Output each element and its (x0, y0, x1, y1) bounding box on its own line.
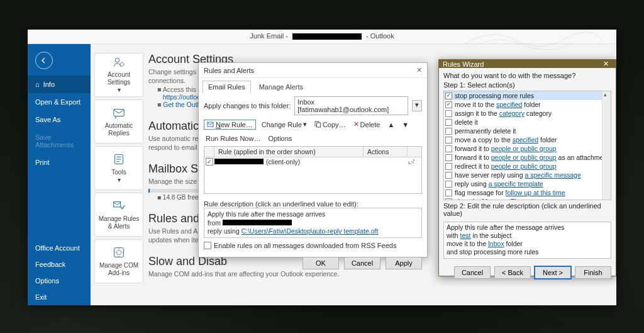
enable-rss-checkbox[interactable] (204, 242, 211, 249)
action-text: forward it to people or public group (455, 144, 557, 153)
cancel-button[interactable]: Cancel (454, 266, 491, 279)
s2-line: Apply this rule after the message arrive… (447, 223, 608, 232)
tile-manage-com-addins[interactable]: Manage COM Add-ins (94, 239, 143, 283)
action-item[interactable]: delete it (444, 118, 611, 127)
action-item[interactable]: reply using a specific template (444, 179, 611, 188)
move-up-button[interactable]: ▲ (386, 120, 396, 130)
title-redacted (292, 33, 362, 40)
new-rule-label: ew Rule… (221, 121, 253, 128)
sidebar-item-exit[interactable]: Exit (28, 289, 91, 305)
action-checkbox[interactable] (445, 110, 452, 117)
ok-button[interactable]: OK (303, 257, 339, 269)
delete-icon: ✕ (353, 120, 359, 128)
wizard-title: Rules Wizard (443, 60, 484, 68)
sidebar-label: Open & Export (35, 98, 80, 106)
sidebar-item-print[interactable]: Print (28, 154, 91, 171)
action-checkbox[interactable] (445, 128, 452, 135)
scrollbar[interactable] (602, 91, 611, 200)
tile-tools[interactable]: Tools ▾ (94, 146, 143, 190)
new-rule-icon (207, 121, 214, 128)
folder-select[interactable]: Inbox [fatimawahab1@outlook.com] (294, 96, 408, 115)
action-item[interactable]: have server reply using a specific messa… (444, 171, 611, 179)
action-checkbox[interactable] (445, 145, 452, 152)
desc-redacted (223, 220, 292, 225)
tile-manage-rules[interactable]: Manage Rules & Alerts (94, 193, 143, 237)
back-button[interactable]: < Back (494, 266, 531, 279)
action-link[interactable]: people or public group (491, 162, 557, 170)
action-checkbox[interactable] (445, 172, 452, 179)
sidebar-item-save-as[interactable]: Save As (28, 111, 91, 128)
rules-grid: Rule (applied in the order shown) Action… (204, 146, 422, 194)
tile-label: Tools (111, 169, 126, 176)
back-button[interactable] (35, 52, 53, 69)
svg-point-0 (115, 58, 119, 62)
action-checkbox[interactable] (445, 137, 452, 144)
action-checkbox[interactable] (445, 181, 452, 188)
template-path-link[interactable]: C:\Users\Fatiw\Desktop\auto-reply templa… (242, 227, 379, 235)
delete-button[interactable]: ✕ Delete (352, 119, 382, 130)
close-button[interactable]: ✕ (416, 66, 422, 74)
action-checkbox[interactable] (445, 198, 452, 201)
new-rule-button[interactable]: New Rule… (204, 120, 256, 130)
titlebar: Junk Email - - Outlook (28, 30, 616, 43)
action-link[interactable]: category (499, 110, 525, 117)
chevron-down-icon: ▾ (118, 176, 121, 184)
action-item[interactable]: move a copy to the specified folder (444, 135, 611, 144)
folder-dropdown-button[interactable]: ▾ (412, 100, 422, 111)
tab-manage-alerts[interactable]: Manage Alerts (253, 81, 309, 93)
action-link[interactable]: people or public group (491, 154, 557, 161)
action-checkbox[interactable]: ✓ (445, 101, 452, 108)
action-link[interactable]: specified (513, 136, 538, 144)
svg-rect-5 (114, 248, 124, 257)
tile-label: Manage Rules & Alerts (97, 215, 140, 230)
close-button[interactable]: ✕ (599, 60, 612, 68)
move-down-button[interactable]: ▼ (400, 120, 411, 130)
rule-checkbox[interactable]: ✓ (206, 158, 213, 166)
s2-link-folder[interactable]: Inbox (488, 240, 504, 247)
action-link[interactable]: a specific template (489, 180, 543, 188)
wizard-question: What do you want to do with the message? (443, 72, 611, 79)
sidebar-item-office-account[interactable]: Office Account (28, 240, 91, 256)
action-checkbox[interactable] (445, 163, 452, 170)
action-item[interactable]: assign it to the category category (444, 109, 611, 118)
action-link[interactable]: a specific message (525, 171, 580, 179)
dialog-title: Rules and Alerts (204, 67, 254, 74)
s2-link-subject[interactable]: test (460, 232, 471, 239)
svg-rect-9 (316, 123, 320, 127)
action-link[interactable]: follow up at this time (506, 189, 565, 196)
tab-email-rules[interactable]: Email Rules (203, 81, 251, 93)
action-item[interactable]: flag message for follow up at this time (444, 188, 611, 197)
sidebar-item-open-export[interactable]: Open & Export (28, 93, 91, 111)
change-rule-button[interactable]: Change Rule ▾ (260, 119, 309, 130)
sidebar-item-feedback[interactable]: Feedback (28, 256, 91, 273)
sidebar-label: Print (35, 159, 50, 166)
rule-description-box: Apply this rule after the message arrive… (204, 208, 422, 238)
action-item[interactable]: ✓move it to the specified folder (444, 100, 611, 109)
action-item[interactable]: redirect it to people or public group (444, 162, 611, 171)
copy-button[interactable]: Copy… (313, 120, 348, 130)
run-rules-button[interactable]: Run Rules Now… (204, 133, 262, 144)
sidebar-item-info[interactable]: ⌂Info (28, 76, 91, 93)
action-checkbox[interactable] (445, 119, 452, 126)
cancel-button[interactable]: Cancel (344, 257, 380, 269)
action-item[interactable]: ✓stop processing more rules (444, 91, 611, 100)
options-button[interactable]: Options (266, 133, 294, 144)
action-checkbox[interactable] (445, 189, 452, 196)
action-link[interactable]: people or public group (491, 145, 557, 152)
s2-text: and stop processing more rules (447, 248, 539, 256)
action-item[interactable]: clear the Message Flag (444, 197, 611, 200)
action-item[interactable]: forward it to people or public group as … (444, 153, 611, 162)
sidebar-item-options[interactable]: Options (28, 273, 91, 289)
action-item[interactable]: permanently delete it (444, 127, 611, 135)
tile-account-settings[interactable]: Account Settings ▾ (94, 53, 143, 97)
tile-automatic-replies[interactable]: Automatic Replies (94, 99, 143, 144)
action-checkbox[interactable]: ✓ (445, 93, 452, 99)
next-button[interactable]: Next > (535, 266, 571, 279)
enable-rss-label: Enable rules on all messages downloaded … (214, 242, 396, 249)
action-item[interactable]: forward it to people or public group (444, 144, 611, 153)
action-link[interactable]: specified (496, 101, 522, 108)
apply-button[interactable]: Apply (386, 257, 422, 269)
rule-row[interactable]: ✓ (client-only) (204, 157, 421, 166)
finish-button[interactable]: Finish (575, 266, 611, 279)
action-checkbox[interactable] (445, 154, 452, 161)
